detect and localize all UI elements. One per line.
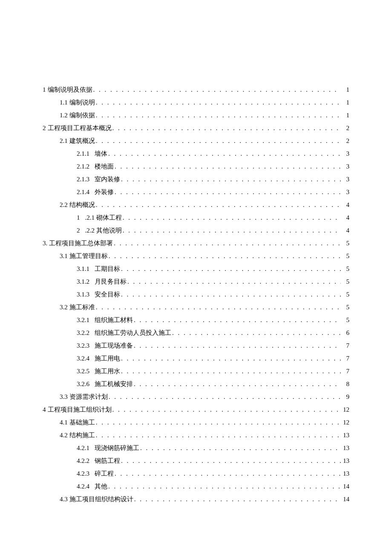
toc-entry-number: 3.3 (60, 390, 68, 403)
toc-entry: 4.2.2钢筋工程13 (43, 454, 349, 467)
toc-entry-page: 5 (342, 237, 349, 250)
toc-entry-page: 2 (342, 134, 349, 147)
toc-entry-number: 4.2.3 (77, 467, 89, 480)
toc-entry-title: 外装修 (95, 186, 114, 198)
toc-leader-dots (123, 224, 341, 237)
toc-leader-dots (112, 122, 341, 134)
toc-leader-dots (121, 454, 341, 467)
toc-leader-dots (134, 314, 341, 326)
toc-entry-number: 4.3 (60, 493, 68, 506)
toc-leader-dots (121, 173, 341, 186)
toc-entry-page: 6 (342, 326, 349, 339)
toc-entry-page: 2 (342, 122, 349, 134)
toc-entry: 2.1.4外装修3 (43, 186, 349, 198)
toc-entry-title: 楼地面 (95, 160, 114, 173)
toc-entry-title: 组织施工材料 (95, 314, 133, 326)
toc-entry: 4.1基础施工12 (43, 416, 349, 429)
toc-entry-number: 4.2.2 (77, 454, 89, 467)
toc-entry: 3.1.3安全目标5 (43, 288, 349, 301)
toc-entry-number: 3.2.3 (77, 339, 89, 352)
toc-entry: 3.2.6施工机械安排8 (43, 378, 349, 390)
toc-leader-dots (109, 390, 341, 403)
toc-entry-page: 4 (342, 198, 349, 211)
toc-entry-page: 5 (342, 275, 349, 288)
toc-leader-dots (121, 352, 341, 365)
toc-leader-dots (121, 365, 341, 378)
toc-entry-page: 14 (342, 480, 349, 493)
toc-entry-title: 结构施工 (69, 429, 95, 442)
toc-entry-number: 3.2.1 (77, 314, 89, 326)
toc-entry-title: 现浇钢筋碎施工 (95, 442, 139, 454)
toc-leader-dots (108, 147, 341, 160)
toc-leader-dots (115, 186, 341, 198)
toc-entry-page: 3 (342, 160, 349, 173)
toc-entry-page: 12 (342, 403, 349, 416)
toc-entry-page: 5 (342, 301, 349, 314)
toc-entry: 3.2.2组织施工劳动人员投入施工6 (43, 326, 349, 339)
toc-entry-page: 9 (342, 390, 349, 403)
toc-entry: 2.2.2 其他说明4 (43, 224, 349, 237)
toc-entry-page: 5 (342, 288, 349, 301)
toc-entry: 4 工程项目施工组织计划12 (43, 403, 349, 416)
toc-entry-page: 13 (342, 429, 349, 442)
toc-entry-number: 2 (43, 122, 46, 134)
toc-entry-title: 施工现场准备 (95, 339, 133, 352)
toc-entry: 1 编制说明及依据1 (43, 83, 349, 96)
toc-entry: 2.1建筑概况2 (43, 134, 349, 147)
toc-entry: 2.1.1墙体3 (43, 147, 349, 160)
toc-entry: 1.2编制依据1 (43, 109, 349, 122)
toc-leader-dots (96, 109, 341, 122)
toc-entry-page: 5 (342, 314, 349, 326)
toc-entry: 2 工程项目工程基本概况2 (43, 122, 349, 134)
toc-entry-page: 1 (342, 96, 349, 109)
toc-leader-dots (96, 198, 341, 211)
toc-entry-title: 墙体 (95, 147, 107, 160)
toc-entry-title: 施工管理目标 (69, 250, 108, 262)
toc-entry-title: 编制依据 (69, 109, 95, 122)
toc-entry-number: 4.2 (60, 429, 68, 442)
toc-leader-dots (115, 160, 341, 173)
toc-entry-number: 1 (43, 83, 46, 96)
toc-entry-page: 13 (342, 467, 349, 480)
toc-entry-page: 3 (342, 147, 349, 160)
toc-leader-dots (96, 301, 341, 314)
toc-entry-title: 编制说明 (69, 96, 95, 109)
toc-entry-number: 4.2.4 (77, 480, 89, 493)
toc-leader-dots (140, 442, 341, 454)
toc-leader-dots (96, 134, 341, 147)
toc-entry-page: 14 (342, 493, 349, 506)
toc-entry-number: 3.1.2 (77, 275, 89, 288)
toc-entry-number: 2.1.1 (77, 147, 89, 160)
toc-leader-dots (96, 96, 341, 109)
toc-entry-title: 工程项目施工总体部署 (49, 237, 113, 250)
toc-entry-page: 3 (342, 173, 349, 186)
toc-entry-title: 钢筋工程 (95, 454, 120, 467)
toc-entry: 2.2结构概况4 (43, 198, 349, 211)
toc-entry-page: 1 (342, 109, 349, 122)
toc-entry: 4.2.4其他14 (43, 480, 349, 493)
toc-entry-title: 编制说明及依据 (48, 83, 92, 96)
toc-leader-dots (96, 416, 341, 429)
toc-entry-number: 3.2.2 (77, 326, 89, 339)
toc-entry-number: 3.1 (60, 250, 68, 262)
toc-leader-dots (127, 275, 341, 288)
toc-entry-page: 3 (342, 186, 349, 198)
toc-leader-dots (115, 467, 341, 480)
toc-entry: 4.2结构施工13 (43, 429, 349, 442)
toc-entry-number: 3.2.6 (77, 378, 89, 390)
toc-entry-page: 1 (342, 83, 349, 96)
toc-leader-dots (108, 480, 341, 493)
toc-entry-page: 8 (342, 378, 349, 390)
toc-entry-title: 安全目标 (95, 288, 120, 301)
toc-entry: 3.2施工标准5 (43, 301, 349, 314)
toc-entry-number: 3.2 (60, 301, 68, 314)
toc-entry: 3.1施工管理目标5 (43, 250, 349, 262)
toc-entry: 3.3资源需求计划9 (43, 390, 349, 403)
toc-entry-title: 工程项目工程基本概况 (48, 122, 112, 134)
toc-entry-number: 3.1.3 (77, 288, 89, 301)
toc-leader-dots (96, 429, 341, 442)
toc-leader-dots (93, 83, 341, 96)
toc-entry-number: 2.1.2 (77, 160, 89, 173)
toc-entry: 3. 工程项目施工总体部署5 (43, 237, 349, 250)
toc-entry-title: 碎工程 (95, 467, 114, 480)
